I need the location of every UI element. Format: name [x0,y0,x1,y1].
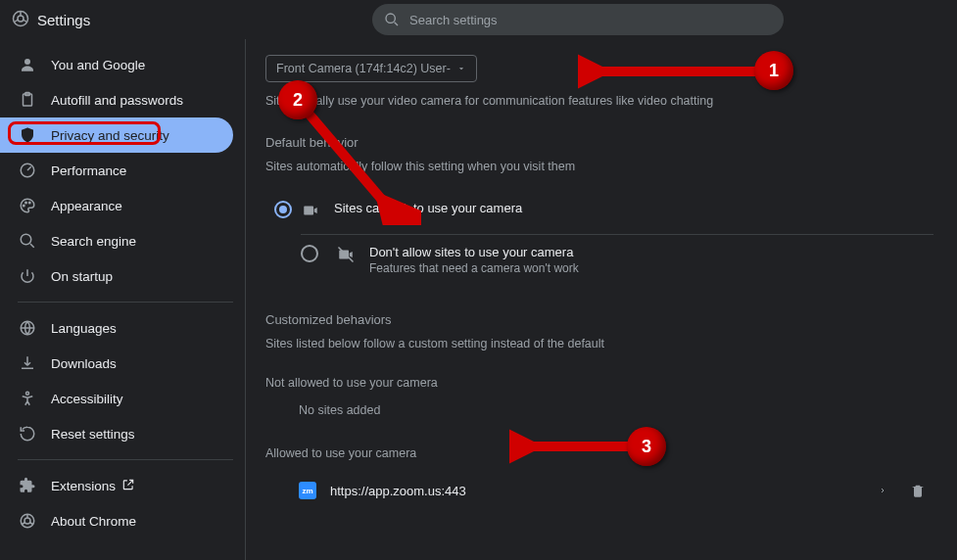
person-icon [18,55,37,74]
custom-behaviors-sub: Sites listed below follow a custom setti… [265,337,933,350]
svg-point-12 [26,392,29,395]
radio-button[interactable] [274,201,292,218]
sidebar-item-appearance[interactable]: Appearance [0,188,233,223]
camera-select-value: Front Camera (174f:14c2) User- [276,62,451,75]
blocked-sites-empty: No sites added [299,403,933,417]
sidebar-item-label: Privacy and security [51,128,169,143]
search-icon [384,12,400,27]
sidebar-item-label: On startup [51,269,113,284]
main-content: Front Camera (174f:14c2) User- Sites usu… [245,39,957,560]
clipboard-icon [18,90,37,110]
svg-point-1 [18,16,24,22]
svg-point-7 [24,205,25,207]
sidebar-item-label: About Chrome [51,514,136,529]
sidebar-item-label: Languages [51,321,117,336]
gauge-icon [18,161,37,180]
sidebar-item-downloads[interactable]: Downloads [0,346,233,381]
accessibility-icon [18,389,37,408]
sidebar-item-label: Accessibility [51,392,123,406]
sidebar-item-label: Appearance [51,199,122,213]
sidebar-item-performance[interactable]: Performance [0,153,233,188]
camera-icon [301,201,320,220]
allowed-sites-title: Allowed to use your camera [265,446,933,460]
external-link-icon [121,478,135,494]
radio-option-desc: Features that need a camera won't work [369,261,579,275]
default-behavior-option[interactable]: Don't allow sites to use your cameraFeat… [301,234,933,285]
allowed-site-row[interactable]: zm https://app.zoom.us:443 [265,474,933,507]
sidebar-item-accessibility[interactable]: Accessibility [0,381,233,416]
sidebar-separator [18,459,233,460]
svg-point-2 [386,14,395,23]
site-url: https://app.zoom.us:443 [330,484,879,498]
sidebar-item-label: Extensions [51,479,116,493]
extension-icon [18,476,37,495]
search-icon [18,231,37,251]
header: Settings Search settings [0,0,957,39]
svg-point-9 [29,202,31,204]
default-behavior-title: Default behavior [265,135,933,150]
sidebar-item-you-and-google[interactable]: You and Google [0,47,233,82]
custom-behaviors-title: Customized behaviors [265,312,933,327]
zoom-favicon-icon: zm [299,482,316,499]
sidebar-item-search-engine[interactable]: Search engine [0,223,233,258]
sidebar-item-on-startup[interactable]: On startup [0,258,233,294]
default-behavior-options: Sites can ask to use your cameraDon't al… [265,191,933,285]
default-behavior-sub: Sites automatically follow this setting … [265,160,933,173]
sidebar-item-label: Search engine [51,234,136,249]
camera-select-dropdown[interactable]: Front Camera (174f:14c2) User- [265,55,477,82]
shield-icon [18,125,37,145]
camera-help-text: Sites usually use your video camera for … [265,94,933,108]
radio-option-label: Sites can ask to use your camera [334,201,522,215]
page-title: Settings [37,12,90,28]
reset-icon [18,424,37,443]
radio-button[interactable] [301,245,318,262]
sidebar-item-label: Reset settings [51,427,135,442]
sidebar-item-label: Downloads [51,356,117,371]
trash-icon[interactable] [910,483,926,498]
sidebar-item-reset-settings[interactable]: Reset settings [0,416,233,451]
sidebar-item-label: You and Google [51,58,145,72]
chevron-down-icon [456,64,466,73]
svg-point-3 [24,59,30,65]
svg-point-8 [25,202,27,204]
camera-off-icon [336,245,356,264]
sidebar-item-label: Autofill and passwords [51,93,183,108]
radio-option-label: Don't allow sites to use your camera [369,245,579,259]
sidebar-item-extensions[interactable]: Extensions [0,468,233,503]
svg-point-10 [21,234,31,245]
sidebar-item-privacy-and-security[interactable]: Privacy and security [0,117,233,153]
sidebar: You and GoogleAutofill and passwordsPriv… [0,39,245,560]
blocked-sites-title: Not allowed to use your camera [265,376,933,390]
default-behavior-option[interactable]: Sites can ask to use your camera [265,191,933,234]
globe-icon [18,318,37,338]
sidebar-item-languages[interactable]: Languages [0,310,233,346]
sidebar-item-label: Performance [51,163,126,178]
chevron-right-icon[interactable] [879,485,886,496]
search-placeholder: Search settings [409,13,498,27]
chrome-logo-icon [12,10,29,30]
sidebar-item-about-chrome[interactable]: About Chrome [0,503,233,538]
sidebar-separator [18,302,233,303]
sidebar-item-autofill-and-passwords[interactable]: Autofill and passwords [0,82,233,117]
power-icon [18,266,37,286]
search-input[interactable]: Search settings [372,4,784,35]
download-icon [18,353,37,373]
chrome-icon [18,511,37,531]
palette-icon [18,196,37,215]
